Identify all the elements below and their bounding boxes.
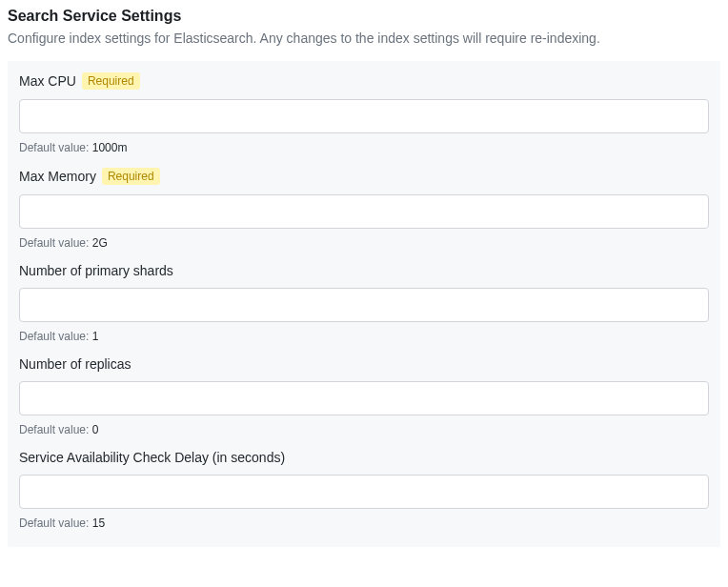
settings-form-panel: Max CPU Required Default value: 1000m Ma… [8, 61, 720, 547]
default-prefix: Default value: [19, 141, 92, 154]
field-availability-delay: Service Availability Check Delay (in sec… [19, 450, 709, 530]
field-primary-shards: Number of primary shards Default value: … [19, 263, 709, 343]
primary-shards-default-value: 1 [92, 330, 99, 343]
replicas-input[interactable] [19, 381, 709, 415]
max-memory-default-hint: Default value: 2G [19, 236, 709, 250]
default-prefix: Default value: [19, 330, 92, 343]
max-cpu-label: Max CPU [19, 73, 76, 89]
replicas-default-hint: Default value: 0 [19, 423, 709, 436]
section-title: Search Service Settings [8, 8, 720, 25]
default-prefix: Default value: [19, 423, 92, 436]
availability-delay-input[interactable] [19, 475, 709, 509]
replicas-default-value: 0 [92, 423, 99, 436]
max-memory-label: Max Memory [19, 169, 96, 184]
max-memory-default-value: 2G [92, 236, 108, 250]
primary-shards-input[interactable] [19, 288, 709, 322]
default-prefix: Default value: [19, 236, 92, 250]
availability-delay-default-value: 15 [92, 516, 105, 530]
availability-delay-default-hint: Default value: 15 [19, 516, 709, 530]
primary-shards-label: Number of primary shards [19, 263, 173, 278]
required-badge: Required [102, 168, 160, 185]
field-max-memory: Max Memory Required Default value: 2G [19, 168, 709, 250]
availability-delay-label: Service Availability Check Delay (in sec… [19, 450, 285, 465]
section-description: Configure index settings for Elasticsear… [8, 30, 720, 46]
primary-shards-default-hint: Default value: 1 [19, 330, 709, 343]
required-badge: Required [82, 72, 140, 90]
max-memory-input[interactable] [19, 194, 709, 229]
replicas-label: Number of replicas [19, 356, 131, 372]
field-max-cpu: Max CPU Required Default value: 1000m [19, 72, 709, 154]
max-cpu-input[interactable] [19, 99, 709, 133]
max-cpu-default-hint: Default value: 1000m [19, 141, 709, 154]
field-replicas: Number of replicas Default value: 0 [19, 356, 709, 436]
max-cpu-default-value: 1000m [92, 141, 128, 154]
default-prefix: Default value: [19, 516, 92, 530]
